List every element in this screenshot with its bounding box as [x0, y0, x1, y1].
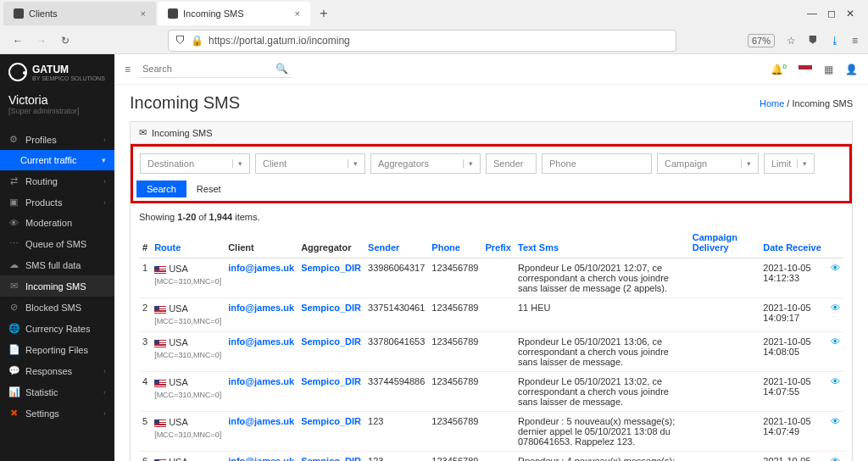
nav-profiles[interactable]: ⚙Profiles‹ [0, 129, 114, 150]
aggregator-link[interactable]: Sempico_DIR [301, 416, 361, 426]
filter-aggregators[interactable]: Aggregators▾ [370, 153, 481, 174]
close-icon[interactable]: × [141, 8, 146, 19]
zoom-level[interactable]: 67% [748, 34, 775, 47]
client-link[interactable]: info@james.uk [228, 416, 294, 426]
minimize-icon[interactable]: — [807, 8, 817, 19]
address-bar[interactable]: ⛉ 🔒 https://portal.gatum.io/incoming [168, 30, 676, 52]
filter-limit[interactable]: Limit▾ [764, 153, 815, 174]
cell-date: 2021-10-05 14:08:05 [760, 331, 827, 371]
col-text[interactable]: Text Sms [515, 227, 689, 258]
cell-num: 5 [139, 411, 151, 451]
cell-sender: 33986064317 [364, 258, 428, 298]
filter-client[interactable]: Client▾ [255, 153, 365, 174]
cell-num: 3 [139, 331, 151, 371]
nav-statistic[interactable]: 📊Statistic‹ [0, 381, 114, 403]
nav-queue[interactable]: ⋯Queue of SMS [0, 233, 114, 254]
cell-aggregator: Sempico_DIR [298, 298, 364, 332]
bookmark-icon[interactable]: ☆ [787, 35, 796, 47]
download-icon[interactable]: ⭳ [830, 35, 840, 47]
client-link[interactable]: info@james.uk [228, 336, 294, 347]
client-link[interactable]: info@james.uk [228, 263, 294, 273]
ban-icon: ⊘ [8, 302, 19, 313]
cell-sender: 123 [364, 411, 428, 451]
cell-phone: 123456789 [428, 298, 481, 332]
nav-settings[interactable]: ✖Settings‹ [0, 403, 114, 424]
cell-num: 1 [139, 258, 151, 298]
aggregator-link[interactable]: Sempico_DIR [301, 263, 361, 273]
nav-blocked-sms[interactable]: ⊘Blocked SMS [0, 297, 114, 318]
nav-reporting[interactable]: 📄Reporting Files [0, 339, 114, 360]
cell-camp [689, 258, 760, 298]
eye-icon[interactable]: 👁 [831, 456, 840, 461]
col-prefix[interactable]: Prefix [481, 227, 515, 258]
reload-icon[interactable]: ↻ [58, 35, 73, 47]
cell-client: info@james.uk [225, 258, 298, 298]
nav-moderation[interactable]: 👁Moderation [0, 213, 114, 233]
forward-icon[interactable]: → [34, 35, 49, 47]
aggregator-link[interactable]: Sempico_DIR [301, 376, 361, 386]
nav-sms-full[interactable]: ☁SMS full data [0, 254, 114, 275]
filter-destination[interactable]: Destination▾ [140, 153, 250, 174]
client-link[interactable]: info@james.uk [228, 303, 294, 313]
cell-view: 👁 [827, 298, 843, 332]
search-button[interactable]: Search [136, 181, 186, 197]
eye-icon[interactable]: 👁 [831, 303, 840, 313]
aggregator-link[interactable]: Sempico_DIR [301, 303, 361, 313]
nav-current-traffic[interactable]: Current traffic▾ [0, 150, 114, 170]
client-link[interactable]: info@james.uk [228, 376, 294, 386]
table-row: 2USA[MCC=310,MNC=0]info@james.ukSempico_… [139, 298, 843, 332]
nav-routing[interactable]: ⇄Routing‹ [0, 170, 114, 192]
back-icon[interactable]: ← [10, 35, 25, 47]
aggregator-link[interactable]: Sempico_DIR [301, 456, 361, 461]
notification-icon[interactable]: 🔔0 [771, 63, 787, 75]
browser-tab-clients[interactable]: Clients × [3, 2, 156, 25]
eye-icon[interactable]: 👁 [831, 336, 840, 347]
flag-icon [154, 380, 166, 387]
cell-route: USA[MCC=310,MNC=0] [151, 451, 225, 461]
chevron-down-icon: ▾ [102, 156, 106, 164]
flag-icon[interactable] [798, 65, 812, 74]
breadcrumb-home[interactable]: Home [760, 98, 784, 108]
nav-products[interactable]: ▣Products‹ [0, 192, 114, 213]
menu-toggle-icon[interactable]: ≡ [125, 64, 131, 75]
user-icon[interactable]: 👤 [845, 64, 858, 75]
nav-currency[interactable]: 🌐Currency Rates [0, 318, 114, 339]
reset-button[interactable]: Reset [186, 181, 231, 197]
grid-icon[interactable]: ▦ [824, 64, 833, 75]
user-role: [Super administrator] [0, 107, 114, 124]
new-tab-button[interactable]: + [312, 2, 336, 25]
col-date[interactable]: Date Receive [760, 227, 827, 258]
menu-icon[interactable]: ≡ [852, 35, 858, 47]
search-icon[interactable]: 🔍 [275, 63, 288, 75]
cell-date: 2021-10-05 14:09:17 [760, 298, 827, 332]
nav-responses[interactable]: 💬Responses‹ [0, 360, 114, 381]
search-input[interactable] [139, 60, 292, 78]
maximize-icon[interactable]: ◻ [827, 8, 836, 19]
eye-icon[interactable]: 👁 [831, 416, 840, 426]
eye-icon[interactable]: 👁 [831, 376, 840, 386]
eye-icon[interactable]: 👁 [831, 263, 840, 273]
col-sender[interactable]: Sender [364, 227, 428, 258]
client-link[interactable]: info@james.uk [228, 456, 294, 461]
col-phone[interactable]: Phone [428, 227, 481, 258]
col-camp-del[interactable]: Campaign Delivery [689, 227, 760, 258]
cell-num: 6 [139, 451, 151, 461]
pocket-icon[interactable]: ⛊ [808, 35, 818, 47]
cell-camp [689, 451, 760, 461]
close-icon[interactable]: × [295, 8, 300, 19]
browser-tab-incoming[interactable]: Incoming SMS × [158, 2, 310, 25]
nav-incoming-sms[interactable]: ✉Incoming SMS [0, 275, 114, 297]
page-title: Incoming SMS [130, 93, 240, 113]
file-icon: 📄 [8, 344, 19, 355]
aggregator-link[interactable]: Sempico_DIR [301, 336, 361, 347]
caret-icon: ▾ [463, 159, 473, 168]
globe-icon: 🌐 [8, 323, 19, 334]
filter-phone[interactable]: Phone [542, 153, 652, 174]
filter-sender[interactable]: Sender [486, 153, 537, 174]
col-route[interactable]: Route [151, 227, 225, 258]
cell-view: 👁 [827, 411, 843, 451]
cell-date: 2021-10-05 14:07:49 [760, 411, 827, 451]
filter-campaign[interactable]: Campaign▾ [657, 153, 759, 174]
close-window-icon[interactable]: ✕ [846, 8, 854, 19]
shield-icon[interactable]: ⛉ [175, 35, 186, 47]
